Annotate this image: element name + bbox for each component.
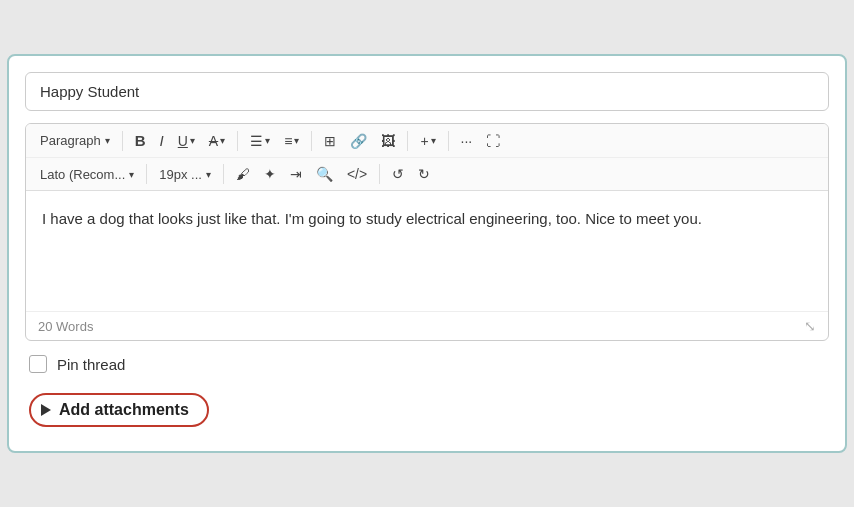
title-input[interactable]	[25, 72, 829, 111]
add-attachments-label: Add attachments	[59, 401, 189, 419]
size-select[interactable]: 19px ... ▾	[153, 163, 217, 186]
chevron-down-icon: ▾	[265, 135, 270, 146]
highlight-button[interactable]: ✦	[258, 162, 282, 186]
add-button[interactable]: + ▾	[414, 129, 441, 153]
attachments-row: Add attachments	[25, 385, 829, 435]
italic-icon: I	[160, 132, 164, 149]
find-button[interactable]: 🔍	[310, 162, 339, 186]
link-button[interactable]: 🔗	[344, 129, 373, 153]
more-icon: ···	[461, 133, 473, 149]
redo-icon: ↻	[418, 166, 430, 182]
chevron-down-icon: ▾	[294, 135, 299, 146]
underline-icon: U	[178, 133, 188, 149]
chevron-down-icon: ▾	[206, 169, 211, 180]
bold-icon: B	[135, 132, 146, 149]
divider-3	[311, 131, 312, 151]
fullscreen-icon: ⛶	[486, 133, 500, 149]
toolbar: Paragraph ▾ B I U ▾ A ▾	[26, 124, 828, 191]
divider-6	[146, 164, 147, 184]
align-button[interactable]: ☰ ▾	[244, 129, 276, 153]
fullscreen-button[interactable]: ⛶	[480, 129, 506, 153]
chevron-down-icon: ▾	[431, 135, 436, 146]
play-icon	[41, 404, 51, 416]
image-icon: 🖼	[381, 133, 395, 149]
indent-button[interactable]: ⇥	[284, 162, 308, 186]
paragraph-select[interactable]: Paragraph ▾	[34, 129, 116, 152]
toolbar-row-2: Lato (Recom... ▾ 19px ... ▾ 🖌 ✦ ⇥	[26, 158, 828, 190]
add-icon: +	[420, 133, 428, 149]
chevron-down-icon: ▾	[190, 135, 195, 146]
underline-button[interactable]: U ▾	[172, 129, 201, 153]
paint-button[interactable]: 🖌	[230, 162, 256, 186]
list-button[interactable]: ≡ ▾	[278, 129, 305, 153]
chevron-down-icon: ▾	[129, 169, 134, 180]
pin-thread-checkbox[interactable]	[29, 355, 47, 373]
pin-thread-label: Pin thread	[57, 356, 125, 373]
italic-button[interactable]: I	[154, 128, 170, 153]
image-button[interactable]: 🖼	[375, 129, 401, 153]
divider-8	[379, 164, 380, 184]
link-icon: 🔗	[350, 133, 367, 149]
divider-2	[237, 131, 238, 151]
chevron-down-icon: ▾	[105, 135, 110, 146]
divider-7	[223, 164, 224, 184]
font-select[interactable]: Lato (Recom... ▾	[34, 163, 140, 186]
main-container: Paragraph ▾ B I U ▾ A ▾	[7, 54, 847, 453]
toolbar-row-1: Paragraph ▾ B I U ▾ A ▾	[26, 124, 828, 158]
table-icon: ⊞	[324, 133, 336, 149]
code-icon: </>	[347, 166, 367, 182]
indent-icon: ⇥	[290, 166, 302, 182]
word-count: 20 Words	[38, 319, 93, 334]
list-icon: ≡	[284, 133, 292, 149]
divider-1	[122, 131, 123, 151]
strikethrough-button[interactable]: A ▾	[203, 129, 231, 153]
editor-content[interactable]: I have a dog that looks just like that. …	[26, 191, 828, 311]
strikethrough-icon: A	[209, 133, 218, 149]
find-icon: 🔍	[316, 166, 333, 182]
pin-row: Pin thread	[25, 341, 829, 381]
editor-footer: 20 Words ⤡	[26, 311, 828, 340]
paint-icon: 🖌	[236, 166, 250, 182]
code-button[interactable]: </>	[341, 162, 373, 186]
more-button[interactable]: ···	[455, 129, 479, 153]
add-attachments-button[interactable]: Add attachments	[29, 393, 209, 427]
undo-button[interactable]: ↺	[386, 162, 410, 186]
table-button[interactable]: ⊞	[318, 129, 342, 153]
chevron-down-icon: ▾	[220, 135, 225, 146]
redo-button[interactable]: ↻	[412, 162, 436, 186]
editor-wrapper: Paragraph ▾ B I U ▾ A ▾	[25, 123, 829, 341]
divider-5	[448, 131, 449, 151]
divider-4	[407, 131, 408, 151]
highlight-icon: ✦	[264, 166, 276, 182]
undo-icon: ↺	[392, 166, 404, 182]
bold-button[interactable]: B	[129, 128, 152, 153]
align-icon: ☰	[250, 133, 263, 149]
resize-icon: ⤡	[804, 318, 816, 334]
